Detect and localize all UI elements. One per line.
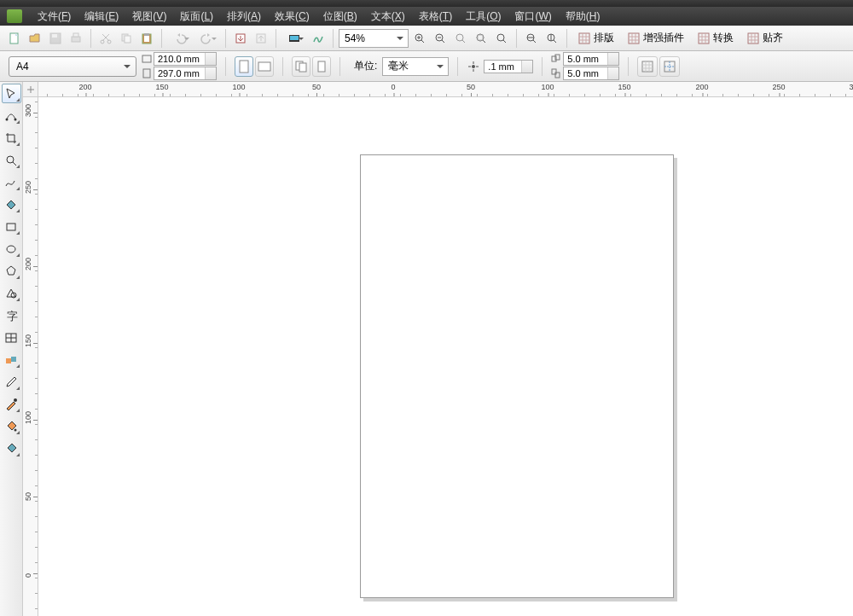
toolbar-panel-2[interactable]: 转换 <box>692 29 740 48</box>
width-icon <box>142 54 152 64</box>
menu-w[interactable]: 窗口(W) <box>508 8 558 26</box>
separator <box>566 29 567 48</box>
launch-app-button[interactable] <box>281 29 307 48</box>
portrait-button[interactable] <box>235 56 253 77</box>
separator <box>282 57 283 76</box>
freehand-tool[interactable] <box>2 172 21 192</box>
svg-rect-28 <box>142 55 151 62</box>
zoom-width-button[interactable] <box>522 29 541 48</box>
svg-rect-4 <box>73 33 78 37</box>
svg-rect-51 <box>11 357 16 362</box>
snap-to-guidelines-button[interactable] <box>659 56 680 77</box>
menu-a[interactable]: 排列(A) <box>220 8 268 26</box>
menu-e[interactable]: 编辑(E) <box>78 8 125 26</box>
zoom-level-combo[interactable]: 54% <box>339 29 409 48</box>
property-bar: A4 210.0 mm 297.0 mm 单位: 毫米 .1 mm 5.0 mm <box>0 51 853 82</box>
new-doc-button[interactable] <box>5 29 24 48</box>
dup-y-input[interactable]: 5.0 mm <box>563 67 619 80</box>
svg-rect-31 <box>258 62 270 71</box>
page-height-input[interactable]: 297.0 mm <box>154 67 217 80</box>
separator <box>276 29 276 48</box>
svg-point-21 <box>497 34 504 41</box>
ruler-vertical[interactable]: 300250200150100500 <box>23 97 38 616</box>
shape-tool[interactable] <box>2 106 21 125</box>
nudge-distance-input[interactable]: .1 mm <box>484 60 533 73</box>
fill-tool[interactable] <box>2 416 21 436</box>
dup-x-input[interactable]: 5.0 mm <box>563 52 619 66</box>
dup-y-icon <box>551 68 561 78</box>
apply-all-pages-button[interactable] <box>292 56 310 77</box>
toolbar-panel-3[interactable]: 贴齐 <box>741 29 789 48</box>
polygon-tool[interactable] <box>2 261 21 281</box>
menu-b[interactable]: 位图(B) <box>316 8 364 26</box>
zoom-in-button[interactable] <box>410 29 429 48</box>
height-icon <box>142 68 152 78</box>
eyedropper-tool[interactable] <box>2 372 21 392</box>
menu-v[interactable]: 视图(V) <box>125 8 173 26</box>
svg-rect-8 <box>125 36 131 43</box>
menu-x[interactable]: 文本(X) <box>364 8 412 26</box>
print-button <box>67 29 85 48</box>
svg-rect-29 <box>143 69 150 78</box>
table-tool[interactable] <box>2 328 21 347</box>
zoom-selection-button[interactable] <box>451 29 470 48</box>
svg-point-43 <box>15 118 17 120</box>
separator <box>516 29 517 48</box>
ellipse-tool[interactable] <box>2 239 21 259</box>
zoom-all-button[interactable] <box>472 29 490 48</box>
snap-to-grid-button[interactable] <box>637 56 658 77</box>
smart-fill-tool[interactable] <box>2 195 21 214</box>
apply-current-page-button[interactable] <box>312 56 331 77</box>
menu-c[interactable]: 效果(C) <box>268 8 316 26</box>
svg-rect-40 <box>642 61 653 72</box>
welcome-screen-button[interactable] <box>309 29 328 48</box>
svg-rect-33 <box>299 63 306 72</box>
svg-rect-50 <box>6 358 11 363</box>
import-button[interactable] <box>231 29 250 48</box>
canvas-area[interactable]: 20015010050050100150200250300 3002502001… <box>23 82 853 616</box>
toolbar-panel-0[interactable]: 排版 <box>572 29 620 48</box>
dup-y-value: 5.0 mm <box>567 68 599 78</box>
pick-tool[interactable] <box>2 84 21 103</box>
svg-rect-34 <box>318 61 325 72</box>
toolbar-panel-1[interactable]: 增强插件 <box>622 29 690 48</box>
menubar: 文件(F)编辑(E)视图(V)版面(L)排列(A)效果(C)位图(B)文本(X)… <box>0 7 853 26</box>
zoom-tool[interactable] <box>2 150 21 170</box>
standard-toolbar: 54% 排版增强插件转换贴齐 <box>0 26 853 51</box>
basic-shapes-tool[interactable] <box>2 283 21 303</box>
interactive-tool[interactable] <box>2 350 21 369</box>
app-logo-icon <box>7 9 22 23</box>
zoom-page-button[interactable] <box>492 29 511 48</box>
svg-rect-24 <box>579 33 589 44</box>
outline-tool[interactable] <box>2 394 21 414</box>
rectangle-tool[interactable] <box>2 217 21 236</box>
paste-button[interactable] <box>137 29 156 48</box>
page-width-input[interactable]: 210.0 mm <box>154 52 217 66</box>
menu-h[interactable]: 帮助(H) <box>559 8 607 26</box>
landscape-button[interactable] <box>255 56 274 77</box>
menu-l[interactable]: 版面(L) <box>173 8 220 26</box>
paper-size-combo[interactable]: A4 <box>9 56 136 77</box>
ruler-origin[interactable] <box>23 82 38 97</box>
undo-button <box>167 29 193 48</box>
interactive-fill-tool[interactable] <box>2 439 21 458</box>
separator <box>339 57 340 76</box>
crop-tool[interactable] <box>2 128 21 148</box>
menu-t[interactable]: 表格(T) <box>412 8 459 26</box>
separator <box>457 57 458 76</box>
menu-o[interactable]: 工具(O) <box>459 8 508 26</box>
titlebar <box>0 0 853 7</box>
units-combo[interactable]: 毫米 <box>382 57 449 76</box>
zoom-out-button[interactable] <box>431 29 450 48</box>
svg-rect-3 <box>72 37 80 42</box>
text-tool[interactable]: 字 <box>2 305 21 325</box>
ruler-horizontal[interactable]: 20015010050050100150200250300 <box>38 82 853 97</box>
zoom-height-button[interactable] <box>543 29 561 48</box>
toolbox: 字 <box>0 82 23 616</box>
open-button[interactable] <box>26 29 44 48</box>
menu-f[interactable]: 文件(F) <box>31 8 78 26</box>
svg-rect-20 <box>478 35 483 40</box>
snap-group <box>637 56 680 77</box>
workspace: 字 20015010050050100150200250300 30025020… <box>0 82 853 616</box>
units-value: 毫米 <box>388 59 409 73</box>
